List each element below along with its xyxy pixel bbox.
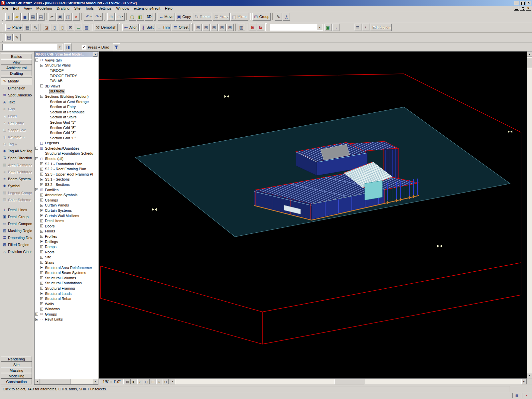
- tool-repeating-deta[interactable]: ≣Repeating Deta: [1, 234, 32, 241]
- collapse-icon[interactable]: −: [40, 95, 43, 98]
- temporary-hide-isolate-icon[interactable]: ☼: [156, 379, 162, 384]
- sketch-button[interactable]: ✎: [32, 24, 39, 31]
- crop-visibility-icon[interactable]: ⊞: [150, 379, 156, 384]
- menu-edit[interactable]: Edit: [11, 6, 22, 11]
- tree-item-section-grid-3[interactable]: Section Grid "3": [35, 120, 98, 125]
- copy-button[interactable]: ▣: [57, 13, 64, 21]
- hscroll-thumb[interactable]: [334, 379, 364, 384]
- tree-item-schedules-quantities[interactable]: −▥Schedules/Quantities: [35, 146, 98, 151]
- scroll-down-icon[interactable]: ▾: [527, 373, 532, 378]
- menu-file[interactable]: File: [0, 6, 11, 11]
- offset-button[interactable]: ≣Offset: [172, 24, 190, 31]
- expand-icon[interactable]: +: [40, 261, 43, 264]
- expand-icon[interactable]: +: [40, 224, 43, 227]
- menu-window[interactable]: Window: [114, 6, 131, 11]
- tree-item-structural-foundations[interactable]: +Structural Foundations: [35, 281, 98, 286]
- reveal-hidden-icon[interactable]: ⊙: [163, 379, 169, 384]
- expand-icon[interactable]: +: [40, 250, 43, 253]
- shaded-view-button[interactable]: ▢: [129, 13, 136, 21]
- tool-span-direction[interactable]: ⇅Span Direction: [1, 154, 32, 161]
- model-graphics-style-icon[interactable]: ◧: [131, 379, 137, 384]
- expand-icon[interactable]: +: [40, 256, 43, 259]
- window-close-button[interactable]: ×: [526, 1, 531, 5]
- tree-item-views-all[interactable]: −⊙Views (all): [35, 58, 98, 63]
- tool-tag[interactable]: ◇Tag »: [1, 140, 32, 147]
- menu-drafting[interactable]: Drafting: [54, 6, 72, 11]
- tab-site[interactable]: Site: [1, 362, 32, 367]
- scroll-up-icon[interactable]: ▴: [527, 52, 532, 57]
- group-list-button[interactable]: ▤: [5, 34, 13, 41]
- graph-button[interactable]: ▥: [238, 24, 245, 31]
- tree-item-structural-columns[interactable]: +Structural Columns: [35, 275, 98, 281]
- edit-tool-4-button[interactable]: ⊟: [218, 24, 226, 31]
- expand-icon[interactable]: +: [40, 266, 43, 269]
- tool-detail-group[interactable]: ▣Detail Group: [1, 213, 32, 220]
- menu-extensions4revit[interactable]: extensions4revit: [132, 6, 163, 11]
- type-selector[interactable]: ▼: [2, 44, 63, 51]
- tool-filled-region[interactable]: ▩Filled Region: [1, 241, 32, 248]
- scroll-thumb[interactable]: [40, 379, 70, 384]
- view-scale-button[interactable]: 1/8" = 1'-0": [100, 379, 124, 384]
- vscroll-track[interactable]: [527, 57, 532, 373]
- expand-icon[interactable]: +: [40, 183, 43, 186]
- tab-drafting[interactable]: Drafting: [1, 70, 32, 76]
- tree-item-ceilings[interactable]: +Ceilings: [35, 198, 98, 203]
- expand-icon[interactable]: +: [40, 204, 43, 207]
- expand-icon[interactable]: +: [40, 194, 43, 197]
- tree-item-3d-view[interactable]: 3D View: [35, 89, 98, 94]
- tool-masking-region[interactable]: ▨Masking Region: [1, 227, 32, 234]
- window-minimize-button[interactable]: [514, 1, 519, 5]
- collapse-icon[interactable]: −: [40, 64, 43, 67]
- tool-symbol[interactable]: ◆Symbol: [1, 182, 32, 189]
- hscroll-track[interactable]: [175, 379, 521, 384]
- design-option-selector-field[interactable]: [270, 24, 317, 30]
- tree-item-stairs[interactable]: +Stairs: [35, 260, 98, 265]
- tree-item-curtain-systems[interactable]: +Curtain Systems: [35, 208, 98, 213]
- tool-path-reinforcem[interactable]: ≈Path Reinforcem: [1, 168, 32, 175]
- redo-button[interactable]: ↷▾: [94, 13, 103, 21]
- document-minimize-button[interactable]: [514, 6, 519, 11]
- collapse-icon[interactable]: −: [35, 147, 38, 150]
- tab-architectural[interactable]: Architectural: [1, 65, 32, 70]
- status-indicator-2[interactable]: ×: [522, 393, 531, 398]
- edit-tool-3-button[interactable]: ⊞: [210, 24, 218, 31]
- selection-filter-button[interactable]: [113, 43, 120, 51]
- print-button[interactable]: ▤: [37, 13, 45, 21]
- tab-view[interactable]: View: [1, 59, 32, 65]
- edit-option-button[interactable]: Edit Option: [370, 24, 392, 31]
- expand-icon[interactable]: +: [40, 282, 43, 285]
- project-browser-close-icon[interactable]: ×: [93, 53, 97, 57]
- shadows-icon[interactable]: ◐: [137, 379, 143, 384]
- zoom-dropdown-icon[interactable]: ▾: [122, 15, 123, 18]
- tool-level[interactable]: ¬Level: [1, 112, 32, 119]
- tree-item-s3-2-sections[interactable]: +S3.2 - Sections: [35, 182, 98, 187]
- expand-icon[interactable]: +: [40, 230, 43, 233]
- tree-item-structural-framing[interactable]: +Structural Framing: [35, 286, 98, 291]
- tree-item-annotation-symbols[interactable]: +Annotation Symbols: [35, 192, 98, 198]
- component-button[interactable]: ⊠: [67, 24, 74, 31]
- expand-icon[interactable]: +: [40, 235, 43, 238]
- design-option-selector[interactable]: ▼: [270, 24, 323, 31]
- viewport-vscroll[interactable]: ▴ ▾: [527, 52, 532, 378]
- tree-item-site[interactable]: +Site: [35, 255, 98, 260]
- project-browser-hscroll[interactable]: ◂ ▸: [35, 379, 98, 384]
- expand-icon[interactable]: +: [40, 287, 43, 290]
- align-button[interactable]: ⇤Align: [122, 24, 139, 31]
- tree-item-curtain-wall-mullions[interactable]: +Curtain Wall Mullions: [35, 213, 98, 218]
- tree-item-section-grid-f[interactable]: Section Grid "F": [35, 135, 98, 141]
- collapse-icon[interactable]: −: [35, 59, 38, 62]
- menu-modelling[interactable]: Modelling: [34, 6, 54, 11]
- expand-icon[interactable]: +: [35, 318, 38, 321]
- expand-icon[interactable]: +: [40, 240, 43, 243]
- 3d-view-button[interactable]: 3D: [145, 13, 153, 21]
- paste-button[interactable]: ◫: [65, 13, 72, 21]
- expand-icon[interactable]: +: [40, 214, 43, 217]
- delete-button[interactable]: ×: [72, 13, 80, 21]
- expand-icon[interactable]: +: [40, 209, 43, 212]
- options-add-button[interactable]: ⋮: [362, 24, 369, 31]
- expand-icon[interactable]: +: [40, 219, 43, 222]
- tool-keynote[interactable]: ¶Keynote »: [1, 133, 32, 140]
- tab-basics[interactable]: Basics: [1, 54, 32, 59]
- tree-item-structural-rebar[interactable]: +Structural Rebar: [35, 296, 98, 301]
- new-document-button[interactable]: ▯: [5, 13, 13, 21]
